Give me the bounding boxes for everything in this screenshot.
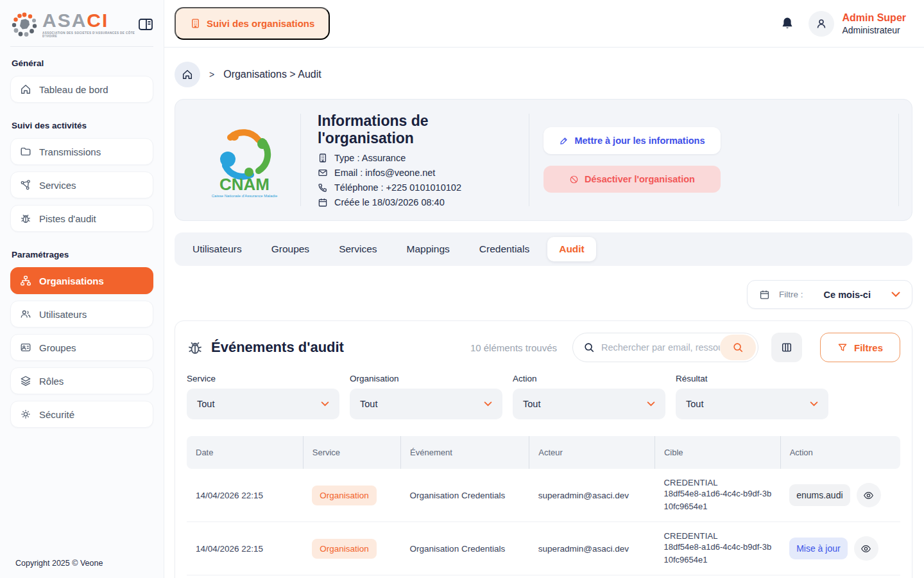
view-details-button[interactable] [857,483,881,507]
layers-icon [20,375,31,387]
audit-events-card: Événements d'audit 10 éléments trouvés [175,320,912,578]
tab-credentials[interactable]: Credentials [468,237,541,261]
cnam-logo-text: CNAM [219,175,270,194]
facet-select-organisation[interactable]: Tout [350,389,502,419]
breadcrumb-separator: > [209,69,214,80]
sidebar-item-securite[interactable]: Sécurité [10,401,153,428]
audit-table: Date Service Événement Acteur Cible Acti… [187,436,900,575]
sidebar-item-label: Organisations [39,276,104,286]
group-folder-icon [20,342,31,353]
period-filter[interactable]: Filtre : Ce mois-ci [747,280,912,309]
user-menu[interactable]: Admin Super Administrateur [809,11,906,37]
breadcrumb: > Organisations > Audit [175,62,912,87]
home-breadcrumb-icon[interactable] [175,62,200,87]
disable-org-button[interactable]: Désactiver l'organisation [543,166,721,193]
cell-date: 14/04/2026 22:15 [187,522,303,575]
table-row: 14/04/2026 22:15 Organisation Organisati… [187,522,900,575]
action-chip: enums.audi [789,484,850,506]
table-row: 14/04/2026 22:15 Organisation Organisati… [187,469,900,522]
section-label-general: Général [12,58,152,68]
content: > Organisations > Audit CNAM [164,48,924,578]
cell-cible: CREDENTIAL 18df54e8-a1d6-4c4c-b9df-3b10f… [654,522,780,575]
asaci-emblem-icon [10,10,38,39]
action-chip: Mise à jour [789,538,847,559]
columns-button[interactable] [771,333,802,362]
search-bar [572,333,758,362]
search-icon [583,342,595,353]
sidebar-item-label: Pistes d'audit [39,213,96,224]
org-card-title: Informations de l'organisation [318,112,512,146]
phone-icon [318,182,328,193]
ban-icon [569,175,579,184]
facet-select-resultat[interactable]: Tout [676,389,828,419]
mail-icon [318,168,328,178]
update-info-button[interactable]: Mettre à jour les informations [543,127,721,154]
cell-event: Organisation Credentials [401,522,529,575]
columns-icon [781,342,792,353]
brand-tagline: ASSOCIATION DES SOCIETES D'ASSURANCES DE… [42,31,138,38]
chevron-down-icon [647,401,655,407]
tab-services[interactable]: Services [327,237,388,261]
tab-audit[interactable]: Audit [547,237,596,261]
org-tree-icon [20,275,31,286]
chevron-down-icon [891,292,900,297]
column-header-acteur[interactable]: Acteur [529,436,655,469]
period-filter-value: Ce mois-ci [812,290,882,300]
sidebar-item-roles[interactable]: Rôles [10,367,153,394]
sidebar: ASACI ASSOCIATION DES SOCIETES D'ASSURAN… [0,0,164,578]
column-header-service[interactable]: Service [303,436,400,469]
sidebar-item-label: Utilisateurs [39,309,87,320]
sidebar-item-groupes[interactable]: Groupes [10,334,153,361]
main-area: Suivi des organisations Admin Super Admi… [164,0,924,578]
sidebar-item-label: Sécurité [39,409,74,420]
sidebar-item-label: Transmissions [39,146,101,157]
sidebar-item-transmissions[interactable]: Transmissions [10,138,153,165]
funnel-icon [837,342,848,353]
service-badge: Organisation [312,539,377,559]
suivi-organisations-button[interactable]: Suivi des organisations [175,7,330,40]
organisation-info-card: CNAM Caisse Nationale d'Assurance Maladi… [175,99,912,221]
search-submit-button[interactable] [720,335,756,360]
sidebar-item-label: Services [39,180,76,191]
column-header-action[interactable]: Action [780,436,900,469]
eye-icon [863,490,874,501]
tab-groupes[interactable]: Groupes [260,237,321,261]
building-icon [318,153,328,163]
facet-select-service[interactable]: Tout [187,389,339,419]
view-details-button[interactable] [854,536,878,561]
calendar-icon [318,197,328,207]
cnam-logo: CNAM Caisse Nationale d'Assurance Maladi… [188,118,300,202]
sidebar-item-services[interactable]: Services [10,171,153,198]
org-tabs: Utilisateurs Groupes Services Mappings C… [175,232,912,266]
cell-cible: CREDENTIAL 18df54e8-a1d6-4c4c-b9df-3b10f… [654,469,780,522]
column-header-cible[interactable]: Cible [654,436,780,469]
tab-utilisateurs[interactable]: Utilisateurs [181,237,253,261]
sidebar-item-organisations[interactable]: Organisations [10,267,153,294]
sidebar-item-label: Rôles [39,376,64,387]
facet-label-service: Service [187,374,339,383]
column-header-date[interactable]: Date [187,436,303,469]
calendar-icon [759,289,770,300]
brand-name: ASACI [42,11,138,30]
org-created-line: Créée le 18/03/2026 08:40 [318,197,512,207]
sidebar-item-utilisateurs[interactable]: Utilisateurs [10,301,153,328]
column-header-evenement[interactable]: Événement [401,436,529,469]
chevron-down-icon [321,401,329,407]
cell-event: Organisation Credentials [401,469,529,522]
service-badge: Organisation [312,486,377,505]
cell-date: 14/04/2026 22:15 [187,469,303,522]
facet-label-resultat: Résultat [676,374,828,383]
sidebar-item-tableau-de-bord[interactable]: Tableau de bord [10,76,153,103]
search-input[interactable] [601,342,720,353]
facet-select-action[interactable]: Tout [513,389,665,419]
filters-button[interactable]: Filtres [820,333,900,362]
table-header-row: Date Service Événement Acteur Cible Acti… [187,436,900,469]
chevron-down-icon [810,401,818,407]
bug-icon [20,213,31,224]
bell-icon[interactable] [780,16,794,31]
sidebar-item-pistes-audit[interactable]: Pistes d'audit [10,205,153,232]
collapse-panel-icon[interactable] [138,16,153,33]
tab-mappings[interactable]: Mappings [395,237,461,261]
audit-title: Événements d'audit [187,339,344,356]
pencil-icon [559,136,569,146]
